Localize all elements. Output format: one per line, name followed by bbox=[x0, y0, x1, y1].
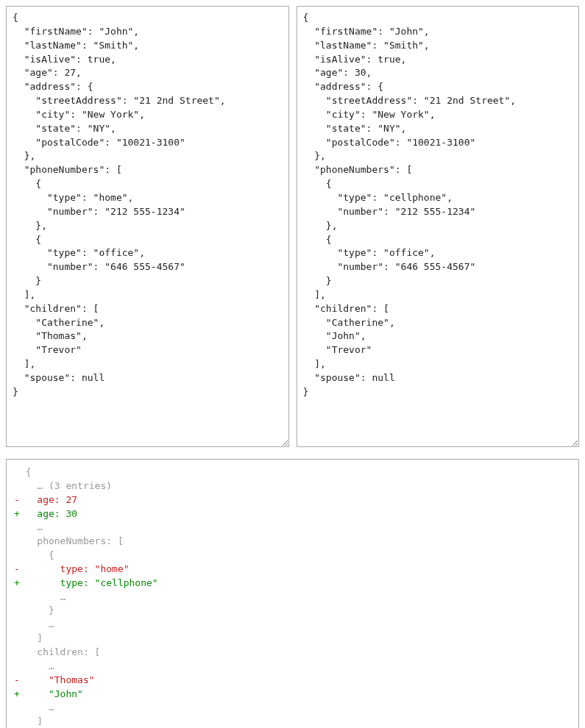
diff-line-ctx: ] bbox=[14, 632, 571, 646]
diff-line-ctx: children: [ bbox=[14, 646, 571, 660]
diff-line-plus: + age: 30 bbox=[14, 507, 571, 521]
diff-line-plus: + type: "cellphone" bbox=[14, 577, 571, 590]
diff-line-ctx: { bbox=[14, 549, 571, 563]
right-json-input[interactable] bbox=[297, 6, 580, 447]
diff-output: { … (3 entries)- age: 27+ age: 30 … phon… bbox=[6, 459, 579, 728]
diff-line-ctx: … bbox=[14, 590, 571, 604]
diff-line-minus: - age: 27 bbox=[14, 493, 571, 507]
diff-line-ctx: … (3 entries) bbox=[14, 479, 571, 493]
diff-line-ctx: … bbox=[14, 521, 571, 535]
left-json-input[interactable] bbox=[6, 6, 289, 447]
diff-line-ctx: } bbox=[14, 604, 571, 618]
diff-line-ctx: ] bbox=[14, 715, 571, 728]
input-row bbox=[6, 6, 579, 447]
diff-line-ctx: … bbox=[14, 618, 571, 632]
diff-line-ctx: { bbox=[14, 465, 571, 479]
diff-line-ctx: … bbox=[14, 701, 571, 715]
diff-line-ctx: … bbox=[14, 660, 571, 674]
diff-line-ctx: phoneNumbers: [ bbox=[14, 535, 571, 549]
diff-line-plus: + "John" bbox=[14, 688, 571, 702]
diff-line-minus: - type: "home" bbox=[14, 563, 571, 577]
diff-line-minus: - "Thomas" bbox=[14, 674, 571, 688]
